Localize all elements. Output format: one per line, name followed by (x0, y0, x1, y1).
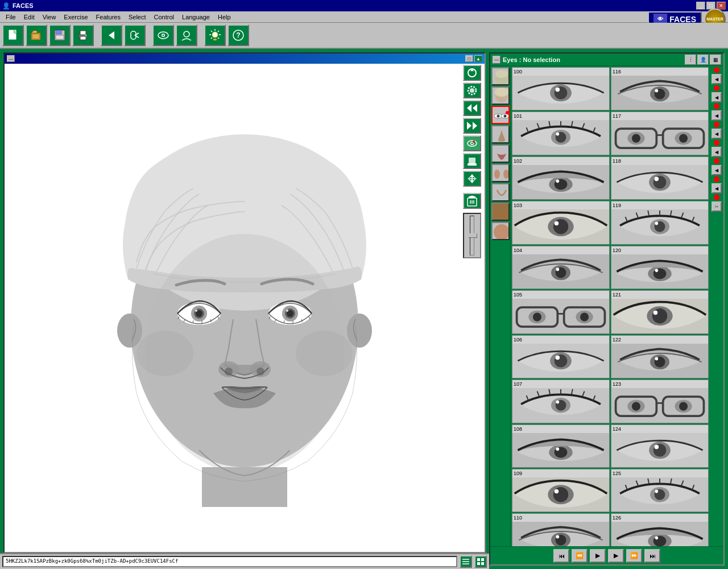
right-ctrl-btn-5[interactable]: ◀ (712, 147, 722, 157)
eye-cell-image (611, 388, 708, 422)
svg-rect-111 (611, 120, 708, 154)
menu-features[interactable]: Features (93, 13, 124, 22)
menu-help[interactable]: Help (214, 13, 234, 22)
face-select-button[interactable] (176, 24, 197, 46)
eye-cell-image (611, 522, 708, 546)
bottom-last-button[interactable]: ⏭ (644, 549, 660, 563)
help-button[interactable]: ? (228, 24, 249, 46)
menu-view[interactable]: View (39, 13, 60, 22)
face-minimize-icon[interactable]: — (7, 55, 15, 62)
print-button[interactable] (72, 24, 94, 46)
svg-point-87 (494, 170, 500, 179)
eyes-minimize-button[interactable]: — (493, 56, 500, 64)
menu-control[interactable]: Control (151, 13, 177, 22)
menu-file[interactable]: File (2, 13, 19, 22)
eye-cell-108[interactable]: 108 (512, 424, 610, 468)
eye-cell-105[interactable]: 105 (512, 290, 610, 333)
svg-marker-54 (473, 122, 477, 130)
face-restore-button[interactable]: □ (465, 55, 473, 62)
selector-nose[interactable] (491, 125, 510, 143)
app-title: FACES (13, 2, 34, 9)
selector-beard[interactable] (491, 203, 510, 221)
bottom-prev-fast-button[interactable]: ⏪ (572, 549, 588, 563)
gear-btn[interactable] (463, 83, 481, 98)
bottom-first-button[interactable]: ⏮ (553, 549, 569, 563)
face-canvas (5, 64, 485, 552)
right-ctrl-btn-2[interactable]: ◀ (712, 92, 722, 102)
eye-cell-103[interactable]: 103 (512, 201, 610, 244)
status-grid-btn[interactable] (474, 555, 487, 568)
bottom-prev-button[interactable]: ▶ (590, 549, 606, 563)
menu-edit[interactable]: Edit (20, 13, 38, 22)
rotate-btn[interactable] (463, 65, 481, 81)
arrow-next-btn[interactable] (463, 118, 481, 134)
eyes-view-button[interactable]: ▦ (710, 55, 721, 65)
selector-mouth[interactable] (491, 145, 510, 163)
selector-ears[interactable] (491, 164, 510, 182)
eye-cell-123[interactable]: 123 (611, 380, 709, 423)
eye-cell-125[interactable]: 125 (611, 469, 709, 512)
view-button[interactable] (152, 24, 174, 46)
open-button[interactable] (26, 24, 47, 46)
selector-head[interactable] (491, 67, 510, 85)
eye-cell-118[interactable]: 118 (611, 156, 709, 200)
selector-eyes[interactable] (491, 106, 510, 124)
eye-cell-119[interactable]: 119 (611, 201, 709, 244)
eyes-user-button[interactable]: 👤 (697, 55, 709, 65)
face-portrait (80, 109, 410, 507)
right-ctrl-btn-4[interactable]: ◀ (712, 129, 722, 139)
right-ctrl-btn-7[interactable]: ◀ (712, 183, 722, 193)
bottom-next-button[interactable]: ▶ (608, 549, 624, 563)
right-ctrl-btn-3[interactable]: ◀ (712, 110, 722, 121)
eye-feature-btn[interactable] (463, 135, 481, 151)
menu-language[interactable]: Language (179, 13, 213, 22)
eye-cell-100[interactable]: 100 (512, 67, 610, 110)
stamp-btn[interactable] (463, 153, 481, 169)
svg-rect-8 (80, 31, 86, 35)
size-slider[interactable] (470, 216, 474, 255)
eye-cell-120[interactable]: 120 (611, 246, 709, 289)
eye-cell-117[interactable]: 117 (611, 112, 709, 155)
new-button[interactable] (2, 24, 24, 46)
svg-point-80 (497, 115, 500, 118)
eyes-menu-button[interactable]: ⋮ (685, 55, 696, 65)
eye-cell-122[interactable]: 122 (611, 335, 709, 378)
status-list-btn[interactable] (460, 555, 472, 568)
right-ctrl-btn-6[interactable]: ◀ (712, 165, 722, 175)
svg-rect-20 (213, 39, 217, 40)
eye-cell-109[interactable]: 109 (512, 469, 610, 512)
eye-cell-126[interactable]: 126 (611, 513, 709, 546)
delete-btn[interactable] (463, 193, 481, 209)
eye-cell-image (611, 120, 708, 154)
slider-thumb[interactable] (468, 233, 477, 238)
menu-exercise[interactable]: Exercise (60, 13, 91, 22)
svg-point-40 (286, 310, 288, 312)
eye-cell-121[interactable]: 121 (611, 290, 709, 333)
eye-cell-number: 105 (512, 291, 609, 299)
save-button[interactable] (49, 24, 71, 46)
svg-point-145 (556, 267, 560, 271)
eye-cell-110[interactable]: 110 (512, 513, 610, 546)
selector-chin[interactable] (491, 183, 510, 201)
eye-cell-107[interactable]: 107 (512, 380, 610, 423)
record-button[interactable] (124, 24, 146, 46)
bottom-next-fast-button[interactable]: ⏩ (626, 549, 642, 563)
selector-hair[interactable] (491, 86, 510, 105)
eye-cell-124[interactable]: 124 (611, 424, 709, 468)
right-ctrl-btn-1[interactable]: ◀ (712, 74, 722, 84)
light-button[interactable] (204, 24, 226, 46)
eye-cell-104[interactable]: 104 (512, 246, 610, 289)
selector-color[interactable] (491, 222, 510, 240)
eye-cell-101[interactable]: 101 (512, 112, 610, 155)
eye-cell-number: 116 (611, 68, 708, 76)
face-maximize-button[interactable]: ▲ (474, 55, 482, 62)
arrow-left-btn[interactable] (463, 100, 481, 116)
eye-cell-116[interactable]: 116 (611, 67, 709, 110)
eyes-grid[interactable]: 1001161011171021181031191041201051211061… (511, 66, 710, 546)
arrows-btn[interactable] (463, 171, 481, 187)
eye-cell-102[interactable]: 102 (512, 156, 610, 200)
eye-cell-106[interactable]: 106 (512, 335, 610, 378)
prev-button[interactable] (101, 24, 122, 46)
menu-select[interactable]: Select (125, 13, 150, 22)
right-ctrl-scissors[interactable]: ✂ (712, 201, 722, 212)
